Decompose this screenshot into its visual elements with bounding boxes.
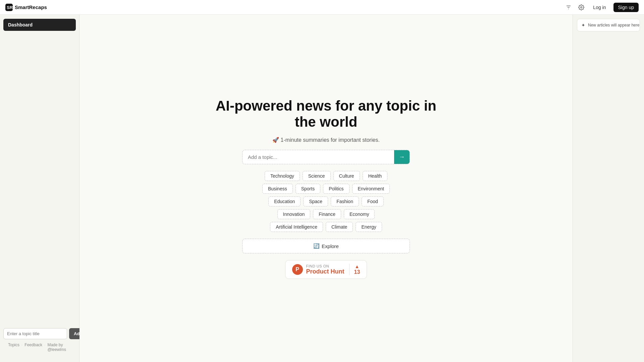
tag-sports[interactable]: Sports — [296, 184, 320, 194]
sidebar-top: Dashboard — [0, 15, 79, 32]
settings-icon-button[interactable] — [577, 3, 586, 12]
tag-health[interactable]: Health — [363, 171, 387, 181]
tag-fashion[interactable]: Fashion — [331, 196, 359, 206]
footer-dot1: · — [21, 343, 22, 352]
tag-education[interactable]: Education — [268, 196, 301, 206]
product-hunt-count: ▲ 13 — [349, 264, 360, 275]
tags-row-5: Artificial Intelligence Climate Energy — [270, 222, 382, 232]
logo: SR SmartRecaps — [5, 4, 47, 11]
search-submit-button[interactable]: → — [394, 150, 410, 164]
gear-icon — [578, 4, 584, 10]
tag-environment[interactable]: Environment — [352, 184, 390, 194]
tag-space[interactable]: Space — [303, 196, 328, 206]
footer-dot2: · — [44, 343, 45, 352]
tag-politics[interactable]: Politics — [323, 184, 349, 194]
header: SR SmartRecaps Log in Sign up — [0, 0, 644, 15]
tag-technology[interactable]: Technology — [265, 171, 300, 181]
logo-text: SmartRecaps — [15, 4, 47, 10]
svg-text:SR: SR — [7, 5, 13, 10]
tag-innovation[interactable]: Innovation — [277, 209, 311, 219]
explore-button[interactable]: 🔄 Explore — [242, 239, 410, 253]
header-actions: Log in Sign up — [564, 3, 639, 12]
tag-culture[interactable]: Culture — [333, 171, 360, 181]
sidebar-add-row: Add — [3, 328, 76, 339]
signup-button[interactable]: Sign up — [613, 3, 639, 12]
logo-icon: SR — [5, 4, 13, 11]
articles-banner-text: New articles will appear here — [588, 23, 639, 27]
sparkle-icon: ✦ — [581, 22, 585, 28]
sidebar-topic-input[interactable] — [3, 328, 67, 339]
product-hunt-name-label: Product Hunt — [306, 268, 344, 275]
sidebar-footer: Topics · Feedback · Made by @leewlms — [3, 339, 76, 357]
layout: Dashboard Add Topics · Feedback · Made b… — [0, 0, 644, 362]
filter-icon-button[interactable] — [564, 3, 573, 12]
hero-subtitle: 🚀 1-minute summaries for important stori… — [272, 137, 380, 143]
tag-business[interactable]: Business — [262, 184, 293, 194]
main-content: AI-powered news for any topic in the wor… — [79, 15, 573, 362]
center-content: AI-powered news for any topic in the wor… — [215, 98, 437, 279]
explore-icon: 🔄 — [313, 243, 320, 249]
product-hunt-find-label: FIND US ON — [306, 264, 344, 268]
search-input[interactable] — [243, 150, 394, 164]
footer-topics-link[interactable]: Topics — [8, 343, 19, 352]
tag-climate[interactable]: Climate — [326, 222, 353, 232]
footer-madeby-link[interactable]: Made by @leewlms — [47, 343, 71, 352]
articles-banner: ✦ New articles will appear here — [577, 19, 640, 32]
right-panel: ✦ New articles will appear here — [573, 15, 644, 362]
tags-row-3: Education Space Fashion Food — [268, 196, 384, 206]
tag-energy[interactable]: Energy — [356, 222, 382, 232]
tag-ai[interactable]: Artificial Intelligence — [270, 222, 323, 232]
tag-food[interactable]: Food — [362, 196, 384, 206]
sidebar-item-dashboard[interactable]: Dashboard — [3, 19, 76, 31]
hero-title: AI-powered news for any topic in the wor… — [215, 98, 437, 130]
tag-science[interactable]: Science — [303, 171, 331, 181]
svg-point-5 — [581, 6, 582, 8]
tags-row-4: Innovation Finance Economy — [277, 209, 375, 219]
login-button[interactable]: Log in — [590, 3, 609, 12]
product-hunt-text: FIND US ON Product Hunt — [306, 264, 344, 275]
tags-container: Technology Science Culture Health Busine… — [242, 171, 410, 232]
sidebar-bottom: Add Topics · Feedback · Made by @leewlms — [0, 324, 79, 362]
filter-icon — [566, 4, 572, 10]
sidebar: Dashboard Add Topics · Feedback · Made b… — [0, 15, 79, 362]
upvote-icon: ▲ — [355, 264, 360, 269]
search-box: → — [242, 150, 410, 164]
tag-finance[interactable]: Finance — [313, 209, 341, 219]
tags-row-1: Technology Science Culture Health — [265, 171, 387, 181]
product-hunt-score: 13 — [354, 269, 360, 275]
explore-label: Explore — [322, 243, 339, 249]
footer-feedback-link[interactable]: Feedback — [24, 343, 42, 352]
product-hunt-banner[interactable]: P FIND US ON Product Hunt ▲ 13 — [285, 260, 367, 279]
tags-row-2: Business Sports Politics Environment — [262, 184, 390, 194]
arrow-right-icon: → — [399, 154, 405, 161]
product-hunt-logo: P — [292, 264, 303, 275]
tag-economy[interactable]: Economy — [344, 209, 375, 219]
